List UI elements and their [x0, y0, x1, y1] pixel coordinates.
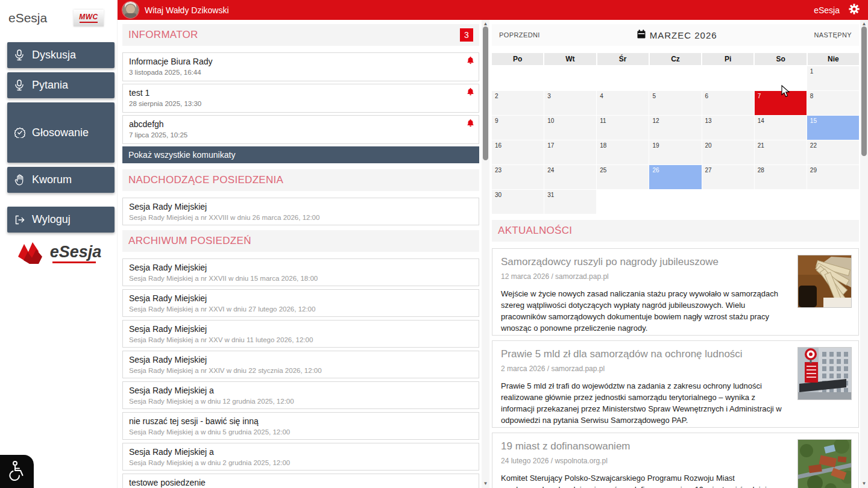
settings-button[interactable] — [849, 4, 860, 17]
calendar-day-10[interactable]: 10 — [544, 116, 596, 140]
calendar-day-25[interactable]: 25 — [597, 165, 649, 189]
calendar-day-1[interactable]: 1 — [807, 66, 859, 90]
calendar-day-6[interactable]: 6 — [702, 91, 754, 115]
card-title: testowe posiedzenie — [129, 477, 473, 488]
bell-icon — [467, 87, 474, 98]
news-title: AKTUALNOŚCI — [498, 225, 572, 237]
news-card[interactable]: 19 miast z dofinansowaniem24 lutego 2026… — [492, 433, 859, 488]
calendar-grid: 1234567891011121314151617181920212223242… — [492, 66, 859, 214]
calendar-day-5[interactable]: 5 — [649, 91, 701, 115]
page-scrollbar[interactable]: ▲ ▼ — [860, 20, 868, 488]
sidebar-item-label: Kworum — [32, 174, 72, 186]
topbar: Witaj Wałdy Dzikowski eSesja — [118, 0, 868, 20]
news-card-body: Komitet Sterujący Polsko-Szwajcarskiego … — [501, 473, 783, 488]
main-column-scrollbar[interactable]: ▲ ▼ — [482, 20, 489, 488]
esesja-logo-icon — [16, 240, 46, 267]
archive-session-card[interactable]: nie ruszać tej sesji - bawić się innąSes… — [122, 412, 479, 440]
archive-session-card[interactable]: Sesja Rady Miejskiej aSesja Rady Miejski… — [122, 381, 479, 409]
calendar-day-15[interactable]: 15 — [807, 116, 859, 140]
gear-icon — [849, 4, 860, 17]
news-card[interactable]: Samorządowcy ruszyli po nagrody jubileus… — [492, 248, 859, 336]
card-subtitle: Sesja Rady Miejskiej a nr XXVII w dniu 1… — [129, 275, 473, 282]
calendar-day-7[interactable]: 7 — [755, 91, 807, 115]
announcement-card[interactable]: test 128 sierpnia 2025, 13:30 — [122, 84, 479, 113]
calendar-day-23[interactable]: 23 — [492, 165, 544, 189]
upcoming-header: NADCHODZĄCE POSIEDZENIA — [122, 169, 479, 191]
calendar-day-28[interactable]: 28 — [755, 165, 807, 189]
calendar-day-27[interactable]: 27 — [702, 165, 754, 189]
calendar-day-29[interactable]: 29 — [807, 165, 859, 189]
sidebar-item-wyloguj[interactable]: Wyloguj — [7, 207, 115, 233]
calendar-day-empty — [649, 190, 701, 214]
calendar-day-4[interactable]: 4 — [597, 91, 649, 115]
scroll-down-arrow[interactable]: ▼ — [482, 481, 489, 487]
calendar-prev-button[interactable]: POPRZEDNI — [499, 31, 540, 39]
esesja-dashboard: eSesja MWC DyskusjaPytaniaGłosowanieKwor… — [0, 0, 868, 488]
calendar-day-header: Po — [492, 53, 543, 65]
sidebar-item-dyskusja[interactable]: Dyskusja — [7, 42, 115, 68]
archive-session-card[interactable]: Sesja Rady MiejskiejSesja Rady Miejskiej… — [122, 289, 479, 317]
accessibility-button[interactable] — [0, 455, 34, 488]
announcement-card[interactable]: abcdefgh7 lipca 2025, 10:25 — [122, 115, 479, 144]
sidebar-item-pytania[interactable]: Pytania — [7, 72, 115, 98]
banknotes-photo — [797, 255, 852, 308]
card-subtitle: 28 sierpnia 2025, 13:30 — [129, 100, 473, 107]
app-title: eSesja — [8, 11, 47, 25]
calendar-day-31[interactable]: 31 — [544, 190, 596, 214]
announcement-card[interactable]: Informacje Biura Rady3 listopada 2025, 1… — [122, 52, 479, 81]
show-all-announcements-button[interactable]: Pokaż wszystkie komunikaty — [122, 146, 479, 163]
archive-session-card[interactable]: Sesja Rady MiejskiejSesja Rady Miejskiej… — [122, 351, 479, 378]
scrollbar-thumb[interactable] — [861, 27, 867, 156]
sidebar-item-gosowanie[interactable]: Głosowanie — [7, 102, 115, 163]
bell-icon — [467, 56, 474, 67]
calendar-day-8[interactable]: 8 — [807, 91, 859, 115]
calendar-day-12[interactable]: 12 — [649, 116, 701, 140]
calendar-day-2[interactable]: 2 — [492, 91, 544, 115]
aerial-city-photo — [797, 439, 852, 488]
calendar-day-9[interactable]: 9 — [492, 116, 544, 140]
calendar-day-14[interactable]: 14 — [755, 116, 807, 140]
calendar-day-empty — [597, 190, 649, 214]
calendar-day-header: Wt — [544, 53, 596, 65]
calendar-day-22[interactable]: 22 — [807, 140, 859, 164]
greeting-text: Witaj Wałdy Dzikowski — [145, 5, 229, 15]
archive-session-card[interactable]: testowe posiedzenieKomisja Infrastruktur… — [122, 474, 479, 488]
card-subtitle: Sesja Rady Miejskiej a nr XXVI w dniu 27… — [129, 305, 473, 313]
logout-icon — [14, 215, 27, 225]
card-title: Sesja Rady Miejskiej a — [129, 446, 473, 458]
archive-session-card[interactable]: Sesja Rady Miejskiej aSesja Rady Miejski… — [122, 443, 479, 471]
calendar-day-3[interactable]: 3 — [544, 91, 596, 115]
card-subtitle: 7 lipca 2025, 10:25 — [129, 131, 473, 139]
card-title: Sesja Rady Miejskiej — [129, 201, 473, 213]
user-avatar[interactable] — [122, 2, 139, 18]
upcoming-session-card[interactable]: Sesja Rady MiejskiejSesja Rady Miejskiej… — [122, 198, 479, 225]
microphone-icon — [14, 80, 27, 91]
calendar-day-24[interactable]: 24 — [544, 165, 596, 189]
calendar-day-13[interactable]: 13 — [702, 116, 754, 140]
mwc-logo-tagline — [80, 22, 98, 23]
archive-session-card[interactable]: Sesja Rady MiejskiejSesja Rady Miejskiej… — [122, 320, 479, 348]
calendar-day-empty — [597, 66, 649, 90]
calendar-day-17[interactable]: 17 — [544, 140, 596, 164]
sidebar-item-kworum[interactable]: Kworum — [7, 167, 115, 193]
calendar-day-18[interactable]: 18 — [597, 140, 649, 164]
calendar-day-20[interactable]: 20 — [702, 140, 754, 164]
scroll-down-arrow[interactable]: ▼ — [860, 481, 868, 487]
calendar-day-30[interactable]: 30 — [492, 190, 544, 214]
news-card-body: Prawie 5 mld zł trafi do województw na z… — [501, 381, 783, 426]
sidebar-header: eSesja MWC — [0, 0, 117, 27]
card-title: test 1 — [129, 87, 473, 99]
calendar-day-26[interactable]: 26 — [649, 165, 701, 189]
calendar-day-header: Nie — [808, 53, 859, 65]
calendar-day-16[interactable]: 16 — [492, 140, 544, 164]
news-card[interactable]: Prawie 5 mld zł dla samorządów na ochron… — [492, 340, 859, 428]
mwc-logo: MWC — [74, 10, 104, 27]
calendar-day-19[interactable]: 19 — [649, 140, 701, 164]
scrollbar-thumb[interactable] — [483, 27, 488, 160]
card-title: Informacje Biura Rady — [129, 56, 473, 67]
calendar-day-header: Pi — [702, 53, 753, 65]
calendar-day-21[interactable]: 21 — [755, 140, 807, 164]
archive-session-card[interactable]: Sesja Rady MiejskiejSesja Rady Miejskiej… — [122, 258, 479, 286]
calendar-day-11[interactable]: 11 — [597, 116, 649, 140]
calendar-next-button[interactable]: NASTĘPNY — [814, 31, 852, 39]
